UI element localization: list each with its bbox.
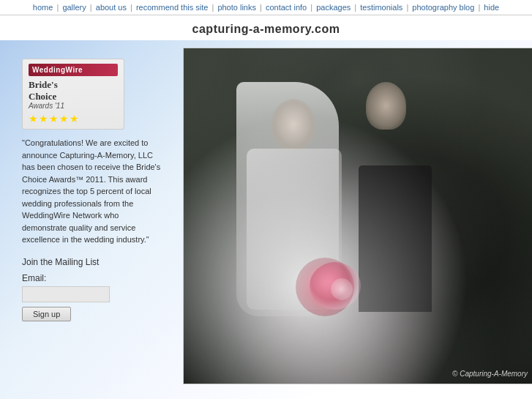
nav-gallery[interactable]: gallery xyxy=(62,3,86,12)
ww-title-line1: Bride's xyxy=(29,79,58,90)
bride-silhouette xyxy=(271,99,315,150)
nav-sep-8: | xyxy=(406,3,408,12)
nav-about[interactable]: about us xyxy=(96,3,127,12)
nav-photo-links[interactable]: photo links xyxy=(217,3,256,12)
wedding-photo: © Capturing-A-Memory xyxy=(183,48,532,384)
nav-sep-1: | xyxy=(56,3,59,12)
weddingwire-stars: ★★★★★ xyxy=(29,113,118,124)
calla-lilies xyxy=(331,278,353,300)
right-column: © Capturing-A-Memory xyxy=(183,48,532,399)
weddingwire-badge: WeddingWire Bride's Choice Awards '11 ★★… xyxy=(22,59,124,130)
nav-sep-6: | xyxy=(310,3,312,12)
nav-home[interactable]: home xyxy=(33,3,53,12)
nav-recommend[interactable]: recommend this site xyxy=(136,3,208,12)
mailing-list-section: Join the Mailing List Email: Sign up xyxy=(22,257,165,321)
nav-sep-4: | xyxy=(211,3,214,12)
groom-silhouette xyxy=(366,82,406,130)
left-column: WeddingWire Bride's Choice Awards '11 ★★… xyxy=(11,48,172,399)
mailing-list-title: Join the Mailing List xyxy=(22,257,165,267)
nav-sep-3: | xyxy=(130,3,132,12)
groom-body xyxy=(359,165,432,312)
nav-sep-7: | xyxy=(354,3,356,12)
nav-sep-9: | xyxy=(478,3,480,12)
signup-button[interactable]: Sign up xyxy=(22,307,71,321)
main-wrapper: WeddingWire Bride's Choice Awards '11 ★★… xyxy=(0,40,532,399)
nav-packages[interactable]: packages xyxy=(316,3,351,12)
top-navigation: home | gallery | about us | recommend th… xyxy=(0,0,532,15)
award-quote: "Congratulations! We are excited to anno… xyxy=(22,137,165,246)
weddingwire-header: WeddingWire xyxy=(29,64,118,76)
main-content: WeddingWire Bride's Choice Awards '11 ★★… xyxy=(0,40,532,399)
nav-testimonials[interactable]: testimonials xyxy=(360,3,402,12)
ww-title-line2: Choice xyxy=(29,91,56,102)
email-label: Email: xyxy=(22,273,165,283)
site-title: capturing-a-memory.com xyxy=(0,15,532,40)
weddingwire-subtitle: Awards '11 xyxy=(29,102,118,110)
nav-contact[interactable]: contact info xyxy=(266,3,307,12)
email-input[interactable] xyxy=(22,286,110,302)
nav-blog[interactable]: photography blog xyxy=(412,3,474,12)
nav-hide[interactable]: hide xyxy=(484,3,499,12)
nav-sep-2: | xyxy=(90,3,92,12)
nav-links: home | gallery | about us | recommend th… xyxy=(33,3,499,12)
weddingwire-title: Bride's Choice xyxy=(29,79,118,102)
nav-sep-5: | xyxy=(260,3,262,12)
photo-copyright: © Capturing-A-Memory xyxy=(452,370,528,378)
